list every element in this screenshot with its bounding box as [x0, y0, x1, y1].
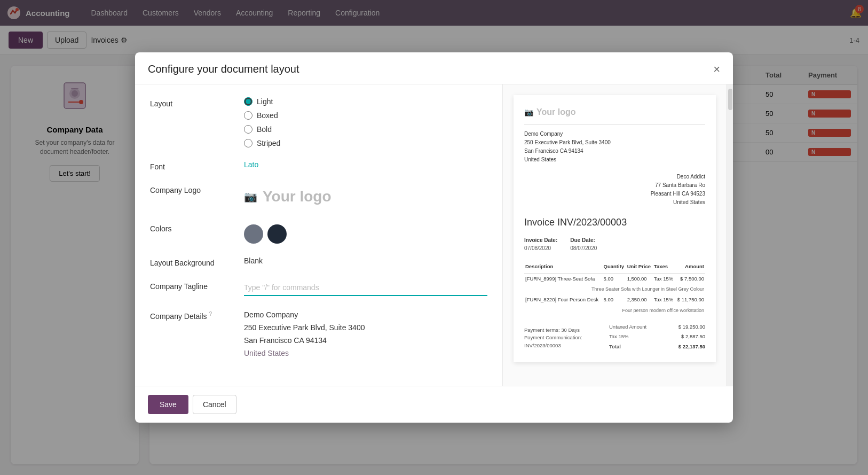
layout-bold-label: Bold — [257, 125, 272, 134]
preview-payment-info: Payment terms: 30 Days Payment Communica… — [524, 322, 609, 349]
modal-backdrop: Configure your document layout × Layout … — [0, 0, 868, 475]
layout-bold-option[interactable]: Bold — [244, 125, 487, 134]
cancel-button[interactable]: Cancel — [193, 395, 236, 414]
color-swatch-gray[interactable] — [244, 224, 263, 244]
color-swatches — [244, 222, 487, 244]
tagline-field — [244, 280, 487, 296]
preview-document: 📷 Your logo Demo Company 250 Executive P… — [514, 95, 716, 362]
background-row: Layout Background Blank — [150, 256, 487, 267]
preview-logo-icon: 📷 — [524, 107, 533, 118]
col-desc: Description — [524, 261, 603, 273]
preview-logo-text: Your logo — [536, 106, 575, 119]
layout-boxed-label: Boxed — [257, 111, 278, 120]
background-label: Layout Background — [150, 256, 235, 267]
line-item-1: [FURN_8999] Three-Seat Sofa 5.00 1,500.0… — [524, 273, 705, 284]
preview-customer-info: Deco Addict 77 Santa Barbara Ro Pleasant… — [524, 173, 705, 207]
preview-logo-row: 📷 Your logo — [524, 106, 705, 124]
layout-bold-radio[interactable] — [244, 125, 252, 134]
preview-invoice-title: Invoice INV/2023/00003 — [524, 215, 705, 230]
layout-boxed-option[interactable]: Boxed — [244, 111, 487, 120]
preview-totals: Untaxed Amount $ 19,250.00 Tax 15% $ 2,8… — [609, 322, 705, 352]
modal-header: Configure your document layout × — [135, 52, 733, 84]
logo-label: Company Logo — [150, 184, 235, 194]
line-item-2-desc: Four person modern office workstation — [524, 306, 705, 316]
preview-meta: Invoice Date: 07/08/2020 Due Date: 08/07… — [524, 236, 705, 252]
modal-body: Layout Light Boxed — [135, 84, 733, 385]
col-tax: Taxes — [653, 261, 675, 273]
font-field: Lato — [244, 160, 487, 169]
modal-footer: Save Cancel — [135, 386, 733, 423]
preview-total: Total $ 22,137.50 — [609, 342, 705, 352]
details-field: Demo Company 250 Executive Park Blvd, Su… — [244, 309, 487, 360]
layout-light-radio[interactable] — [244, 97, 252, 106]
background-field: Blank — [244, 256, 487, 265]
details-row: Company Details ? Demo Company 250 Execu… — [150, 309, 487, 360]
modal-close-button[interactable]: × — [713, 64, 720, 75]
layout-light-option[interactable]: Light — [244, 97, 487, 106]
modal-form: Layout Light Boxed — [135, 84, 502, 385]
tagline-label: Company Tagline — [150, 280, 235, 291]
preview-untaxed: Untaxed Amount $ 19,250.00 — [609, 322, 705, 332]
line-item-1-desc: Three Seater Sofa with Lounger in Steel … — [524, 284, 705, 295]
logo-field[interactable]: 📷 Your logo — [244, 184, 487, 209]
layout-label: Layout — [150, 97, 235, 108]
color-swatch-dark[interactable] — [267, 224, 287, 244]
preview-footer: Payment terms: 30 Days Payment Communica… — [524, 322, 705, 352]
col-qty: Quantity — [603, 261, 626, 273]
details-text: Demo Company 250 Executive Park Blvd, Su… — [244, 309, 487, 360]
modal-title: Configure your document layout — [148, 63, 299, 75]
scroll-thumb — [728, 89, 732, 110]
document-preview: 📷 Your logo Demo Company 250 Executive P… — [502, 84, 727, 385]
preview-due-date: Due Date: 08/07/2020 — [570, 236, 597, 252]
layout-light-label: Light — [257, 97, 273, 106]
colors-row: Colors — [150, 222, 487, 244]
font-value: Lato — [244, 158, 258, 169]
logo-text: Your logo — [263, 188, 332, 205]
preview-tax: Tax 15% $ 2,887.50 — [609, 332, 705, 341]
font-row: Font Lato — [150, 160, 487, 171]
app-background: Accounting Dashboard Customers Vendors A… — [0, 0, 868, 475]
layout-striped-radio[interactable] — [244, 139, 252, 147]
preview-invoice-date: Invoice Date: 07/08/2020 — [524, 236, 557, 252]
details-label: Company Details ? — [150, 309, 235, 321]
layout-row: Layout Light Boxed — [150, 97, 487, 147]
tagline-input[interactable] — [244, 280, 487, 296]
line-item-2: [FURN_8220] Four Person Desk 5.00 2,350.… — [524, 294, 705, 305]
background-value: Blank — [244, 254, 263, 265]
layout-boxed-radio[interactable] — [244, 111, 252, 120]
logo-camera-icon: 📷 — [244, 190, 257, 203]
layout-striped-label: Striped — [257, 139, 280, 147]
colors-label: Colors — [150, 222, 235, 233]
layout-striped-option[interactable]: Striped — [244, 139, 487, 147]
preview-company-info: Demo Company 250 Executive Park Blvd, Su… — [524, 130, 705, 164]
save-button[interactable]: Save — [148, 395, 188, 414]
tagline-row: Company Tagline — [150, 280, 487, 296]
document-layout-modal: Configure your document layout × Layout … — [135, 52, 733, 422]
layout-options: Light Boxed Bold — [244, 97, 487, 147]
modal-scrollbar[interactable] — [727, 84, 733, 385]
col-price: Unit Price — [626, 261, 653, 273]
preview-table: Description Quantity Unit Price Taxes Am… — [524, 261, 705, 316]
col-amount: Amount — [675, 261, 705, 273]
logo-row: Company Logo 📷 Your logo — [150, 184, 487, 209]
font-label: Font — [150, 160, 235, 171]
